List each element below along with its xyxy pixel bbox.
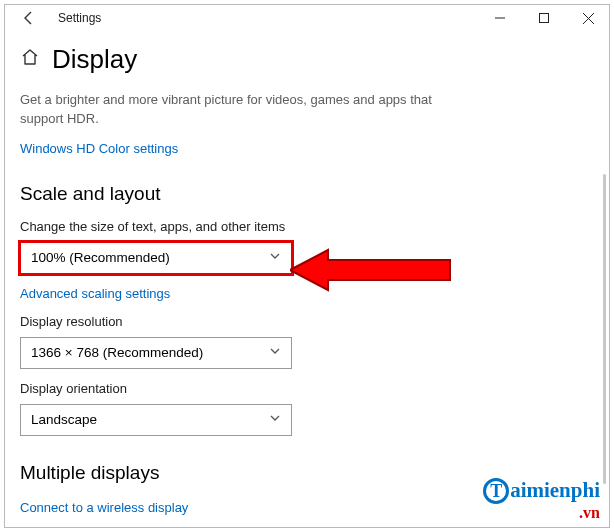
text-size-value: 100% (Recommended) bbox=[31, 250, 170, 265]
close-button[interactable] bbox=[566, 3, 610, 33]
wireless-display-link[interactable]: Connect to a wireless display bbox=[20, 500, 188, 515]
advanced-scaling-link[interactable]: Advanced scaling settings bbox=[20, 286, 170, 301]
orientation-value: Landscape bbox=[31, 412, 97, 427]
content-area: Display Get a brighter and more vibrant … bbox=[0, 36, 614, 516]
back-icon[interactable] bbox=[14, 3, 44, 33]
svg-rect-1 bbox=[540, 14, 549, 23]
orientation-label: Display orientation bbox=[20, 381, 594, 396]
watermark-brand: aimienphi bbox=[510, 478, 600, 502]
minimize-button[interactable] bbox=[478, 3, 522, 33]
chevron-down-icon bbox=[269, 412, 281, 427]
titlebar: Settings bbox=[0, 0, 614, 36]
resolution-value: 1366 × 768 (Recommended) bbox=[31, 345, 203, 360]
home-icon bbox=[20, 47, 40, 72]
orientation-dropdown[interactable]: Landscape bbox=[20, 404, 292, 436]
watermark-suffix: .vn bbox=[483, 504, 600, 522]
window-title: Settings bbox=[58, 11, 101, 25]
resolution-label: Display resolution bbox=[20, 314, 594, 329]
text-size-label: Change the size of text, apps, and other… bbox=[20, 219, 594, 234]
scale-layout-heading: Scale and layout bbox=[20, 183, 594, 205]
text-size-group: Change the size of text, apps, and other… bbox=[20, 219, 594, 302]
chevron-down-icon bbox=[269, 345, 281, 360]
watermark: Taimienphi .vn bbox=[483, 478, 600, 522]
scrollbar[interactable] bbox=[603, 174, 606, 484]
page-title: Display bbox=[52, 44, 137, 75]
text-size-dropdown[interactable]: 100% (Recommended) bbox=[20, 242, 292, 274]
page-header: Display bbox=[20, 44, 594, 75]
hdr-description: Get a brighter and more vibrant picture … bbox=[20, 91, 450, 129]
orientation-group: Display orientation Landscape bbox=[20, 381, 594, 436]
resolution-group: Display resolution 1366 × 768 (Recommend… bbox=[20, 314, 594, 369]
maximize-button[interactable] bbox=[522, 3, 566, 33]
chevron-down-icon bbox=[269, 250, 281, 265]
resolution-dropdown[interactable]: 1366 × 768 (Recommended) bbox=[20, 337, 292, 369]
hd-color-link[interactable]: Windows HD Color settings bbox=[20, 141, 178, 156]
